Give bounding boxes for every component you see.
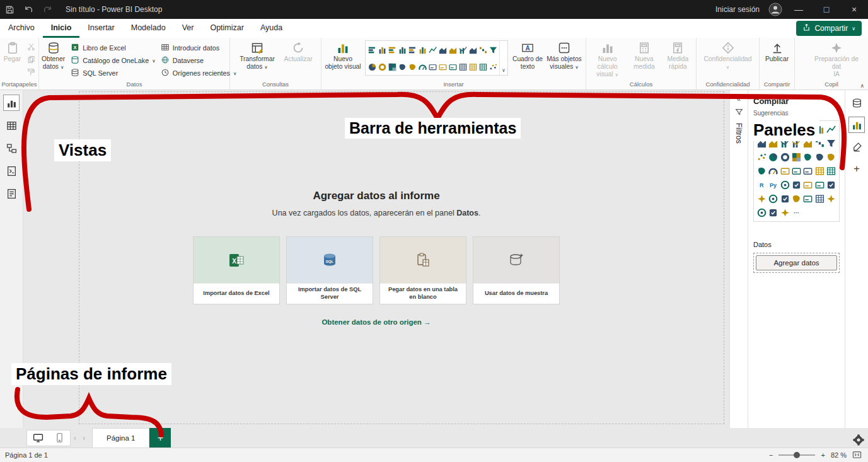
page-tab[interactable]: Página 1 [92, 428, 149, 448]
decomposition-tree-icon[interactable] [791, 180, 802, 190]
menu-item-ver[interactable]: Ver [174, 19, 202, 38]
expand-filters-chevron[interactable]: « [737, 95, 741, 103]
dax-query-view-icon[interactable] [3, 163, 20, 179]
save-button[interactable] [0, 0, 19, 19]
undo-icon[interactable] [19, 0, 38, 19]
python-visual-icon[interactable]: Py [768, 180, 778, 190]
map-icon[interactable] [802, 152, 813, 163]
donut-chart-icon[interactable] [780, 152, 790, 163]
nuevo-c-lculo-visual-button[interactable]: Nuevo cálculo visual ∨ [588, 40, 627, 79]
redo-icon[interactable] [38, 0, 57, 19]
stacked-bar-chart-icon[interactable] [367, 45, 377, 55]
smart-narrative-icon[interactable] [814, 180, 825, 190]
matrix-icon[interactable] [468, 62, 478, 72]
introducir-datos-button[interactable]: Introducir datos [161, 42, 237, 54]
data-pane-icon[interactable] [848, 95, 865, 111]
cut-icon[interactable] [25, 42, 37, 52]
kpi-icon[interactable] [448, 62, 458, 72]
metrics-icon[interactable] [826, 180, 836, 190]
publish-button[interactable]: Publicar [761, 40, 792, 64]
menu-item-modelado[interactable]: Modelado [123, 19, 174, 38]
data-source-card-importar-datos-de-excel[interactable]: XImportar datos de Excel [193, 236, 280, 304]
100-stacked-bar-chart-icon[interactable] [407, 45, 417, 55]
collapse-ribbon-chevron[interactable]: ∧ [860, 83, 864, 89]
area-chart-icon[interactable] [437, 45, 448, 55]
multi-row-card-icon[interactable] [791, 166, 802, 176]
fit-to-page-icon[interactable] [852, 450, 862, 461]
sensitivity-button[interactable]: Confidencialidad∨ [700, 40, 756, 72]
menu-item-optimizar[interactable]: Optimizar [202, 19, 252, 38]
funnel-chart-icon[interactable] [826, 138, 836, 149]
maximize-button[interactable]: □ [813, 0, 840, 19]
card-icon[interactable] [780, 166, 790, 176]
table-icon[interactable] [826, 166, 836, 176]
data-source-card-importar-datos-de-sql-server[interactable]: SQLImportar datos de SQL Server [286, 236, 373, 304]
100-stacked-column-chart-icon[interactable] [417, 45, 427, 55]
menu-item-ayuda[interactable]: Ayuda [252, 19, 291, 38]
stacked-column-chart-icon[interactable] [377, 45, 387, 55]
table-icon[interactable] [458, 62, 468, 72]
filled-map-icon[interactable] [814, 152, 825, 163]
treemap-icon[interactable] [791, 152, 802, 163]
medida-r-pida-button[interactable]: Medida rápida [662, 40, 694, 72]
cat-logo-de-onelake-button[interactable]: Catálogo de OneLake ∨ [71, 55, 156, 66]
shape-map-icon[interactable] [756, 166, 767, 176]
account-avatar-icon[interactable] [766, 0, 785, 19]
filters-panel-title[interactable]: Filtros [734, 123, 743, 144]
data-source-card-usar-datos-de-muestra[interactable]: Usar datos de muestra [473, 236, 560, 304]
add-data-button[interactable]: Agregar datos [756, 255, 837, 270]
table-view-icon[interactable] [3, 117, 20, 134]
model-view-icon[interactable] [3, 140, 20, 156]
power-automate-icon[interactable] [780, 193, 790, 204]
line-chart-icon[interactable] [826, 124, 836, 135]
pie-chart-icon[interactable] [768, 152, 778, 163]
transform-data-button[interactable]: Transformar datos ∨ [236, 40, 279, 72]
zoom-slider[interactable] [778, 454, 815, 456]
slicer-icon[interactable] [814, 166, 825, 176]
kpi-icon[interactable] [802, 166, 813, 176]
format-pane-icon[interactable] [848, 139, 865, 155]
zoom-out-button[interactable]: − [769, 451, 773, 459]
scatter-chart-icon[interactable] [488, 62, 498, 72]
menu-item-archivo[interactable]: Archivo [0, 19, 43, 38]
add-page-button[interactable]: + [149, 428, 171, 448]
tmdl-view-icon[interactable] [3, 185, 20, 202]
donut-chart-icon[interactable] [377, 62, 387, 72]
menu-item-insertar[interactable]: Insertar [79, 19, 122, 38]
copy-icon[interactable] [25, 54, 37, 65]
or-genes-recientes-button[interactable]: Orígenes recientes ∨ [161, 67, 237, 79]
q-and-a-icon[interactable] [802, 180, 813, 190]
add-pane-icon[interactable]: + [848, 161, 865, 177]
format-painter-icon[interactable] [25, 67, 37, 78]
scatter-chart-icon[interactable] [756, 152, 767, 163]
report-view-icon[interactable] [3, 95, 20, 111]
sql-server-button[interactable]: SQL Server [71, 67, 156, 79]
menu-item-inicio[interactable]: Inicio [43, 19, 80, 38]
ribbon-chart-icon[interactable] [468, 45, 478, 55]
text-box-visual-icon[interactable] [826, 193, 836, 204]
key-influencers-icon[interactable] [780, 180, 790, 190]
gallery-expand-button[interactable]: ∨ [499, 41, 507, 75]
zoom-slider-thumb[interactable] [794, 452, 800, 458]
data-source-card-pegar-datos-en-una-tabla-en-blanco[interactable]: Pegar datos en una tabla en blanco [379, 236, 466, 304]
slicer-icon[interactable] [478, 62, 488, 72]
clustered-bar-chart-icon[interactable] [387, 45, 397, 55]
desktop-layout-icon[interactable] [27, 430, 49, 446]
clustered-column-chart-icon[interactable] [397, 45, 407, 55]
r-script-visual-icon[interactable]: R [756, 180, 767, 190]
button-visual-icon[interactable] [756, 207, 767, 218]
pie-chart-icon[interactable] [367, 62, 377, 72]
paste-button[interactable]: Pegar [2, 40, 23, 64]
copilot-prep-button[interactable]: Preparación de datIA [809, 40, 864, 79]
refresh-button[interactable]: Actualizar [281, 40, 315, 64]
line-chart-icon[interactable] [427, 45, 437, 55]
azure-map-icon[interactable] [826, 152, 836, 163]
stacked-area-chart-icon[interactable] [448, 45, 458, 55]
settings-gear-icon[interactable] [851, 432, 866, 448]
image-visual-icon[interactable] [780, 207, 790, 218]
more-visuals-icon[interactable]: ··· [791, 207, 802, 218]
gauge-icon[interactable] [768, 166, 778, 176]
text-box-button[interactable]: A Cuadro de texto [511, 40, 545, 72]
treemap-icon[interactable] [387, 62, 397, 72]
minimize-button[interactable]: — [785, 0, 813, 19]
